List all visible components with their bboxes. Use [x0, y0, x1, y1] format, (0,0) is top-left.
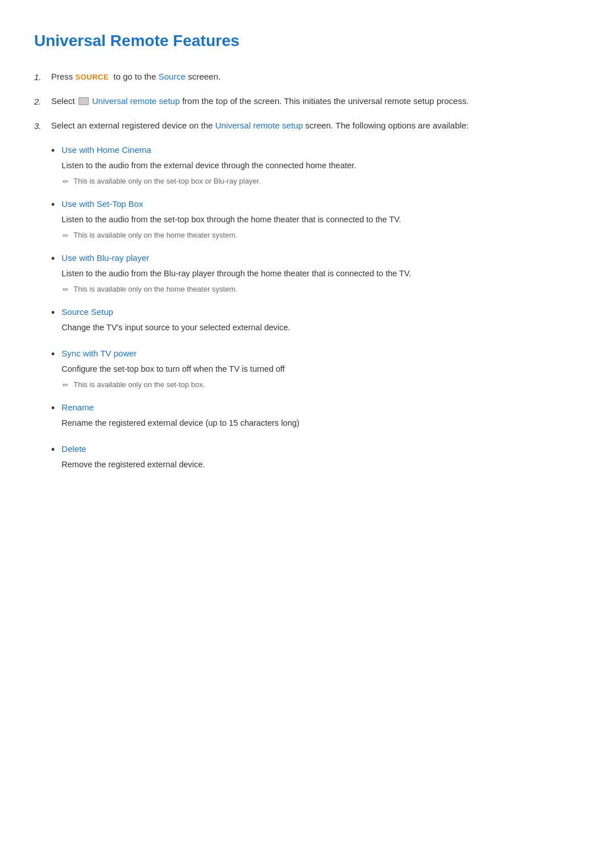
features-list: • Use with Home Cinema Listen to the aud… [51, 143, 580, 475]
step-1: Press SOURCE to go to the Source screeen… [34, 70, 580, 84]
steps-list: Press SOURCE to go to the Source screeen… [34, 70, 580, 133]
universal-remote-setup-link-2: Universal remote setup [215, 121, 303, 130]
list-item: • Sync with TV power Configure the set-t… [51, 347, 580, 392]
source-link: Source [159, 72, 186, 81]
step-3: Select an external registered device on … [34, 119, 580, 133]
page-title: Universal Remote Features [34, 28, 580, 54]
pencil-icon-3: ✏ [63, 284, 69, 296]
list-item: • Use with Set-Top Box Listen to the aud… [51, 197, 580, 242]
note-row-2: ✏ This is available only on the home the… [63, 230, 580, 242]
bullet-title-2: Use with Set-Top Box [61, 197, 580, 211]
note-text-5: This is available only on the set-top bo… [73, 379, 205, 391]
step-2: Select Universal remote setup from the t… [34, 94, 580, 109]
note-row-1: ✏ This is available only on the set-top … [63, 176, 580, 188]
bullet-desc-6: Rename the registered external device (u… [61, 417, 580, 430]
bullet-content-3: Use with Blu-ray player Listen to the au… [61, 251, 580, 296]
bullet-desc-7: Remove the registered external device. [61, 458, 580, 471]
bullet-content-6: Rename Rename the registered external de… [61, 401, 580, 433]
step-1-text: Press SOURCE to go to the Source screeen… [51, 70, 580, 84]
list-item: • Source Setup Change the TV's input sou… [51, 305, 580, 338]
note-text-1: This is available only on the set-top bo… [73, 176, 261, 188]
note-row-3: ✏ This is available only on the home the… [63, 284, 580, 296]
bullet-section: • Use with Home Cinema Listen to the aud… [51, 143, 580, 475]
note-text-3: This is available only on the home theat… [73, 284, 237, 296]
source-keyword: SOURCE [76, 73, 109, 81]
bullet-dot: • [51, 144, 55, 158]
bullet-dot: • [51, 443, 55, 457]
bullet-dot: • [51, 198, 55, 212]
bullet-title-1: Use with Home Cinema [61, 143, 580, 157]
bullet-title-7: Delete [61, 442, 580, 456]
list-item: • Use with Blu-ray player Listen to the … [51, 251, 580, 296]
bullet-title-3: Use with Blu-ray player [61, 251, 580, 265]
bullet-desc-5: Configure the set-top box to turn off wh… [61, 363, 580, 376]
list-item: • Use with Home Cinema Listen to the aud… [51, 143, 580, 188]
pencil-icon-1: ✏ [63, 176, 69, 188]
bullet-desc-3: Listen to the audio from the Blu-ray pla… [61, 267, 580, 280]
bullet-content-7: Delete Remove the registered external de… [61, 442, 580, 475]
bullet-content-4: Source Setup Change the TV's input sourc… [61, 305, 580, 338]
bullet-dot: • [51, 347, 55, 362]
universal-remote-setup-link: Universal remote setup [92, 96, 180, 106]
bullet-desc-1: Listen to the audio from the external de… [61, 159, 580, 172]
bullet-title-5: Sync with TV power [61, 347, 580, 360]
list-item: • Delete Remove the registered external … [51, 442, 580, 475]
bullet-desc-4: Change the TV's input source to your sel… [61, 321, 580, 334]
pencil-icon-5: ✏ [63, 380, 69, 392]
bullet-content-2: Use with Set-Top Box Listen to the audio… [61, 197, 580, 242]
bullet-title-4: Source Setup [61, 305, 580, 319]
note-text-2: This is available only on the home theat… [73, 230, 237, 242]
bullet-dot: • [51, 401, 55, 416]
bullet-title-6: Rename [61, 401, 580, 414]
note-row-5: ✏ This is available only on the set-top … [63, 379, 580, 392]
pencil-icon-2: ✏ [63, 230, 69, 242]
step-2-text: Select Universal remote setup from the t… [51, 94, 580, 108]
universal-remote-icon [78, 97, 89, 105]
bullet-desc-2: Listen to the audio from the set-top box… [61, 213, 580, 226]
bullet-content-5: Sync with TV power Configure the set-top… [61, 347, 580, 392]
step-3-text: Select an external registered device on … [51, 119, 580, 132]
list-item: • Rename Rename the registered external … [51, 401, 580, 433]
bullet-content-1: Use with Home Cinema Listen to the audio… [61, 143, 580, 188]
bullet-dot: • [51, 252, 55, 266]
bullet-dot: • [51, 306, 55, 320]
